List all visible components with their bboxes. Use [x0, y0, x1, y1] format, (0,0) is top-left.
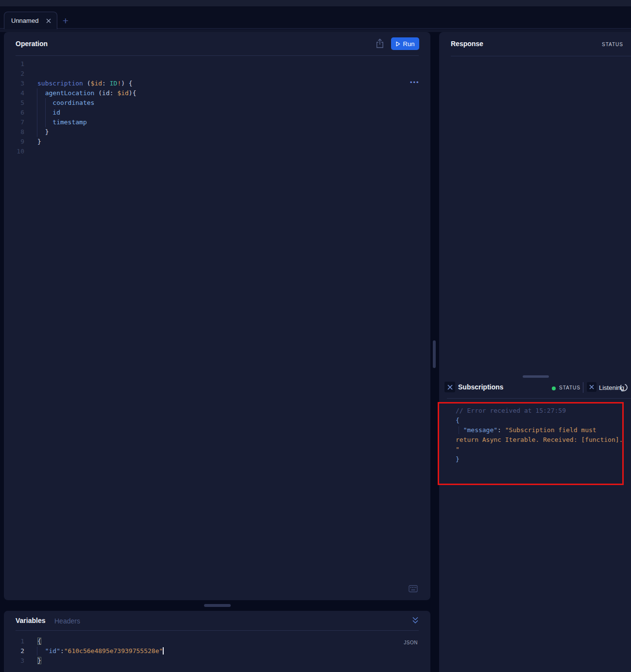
line-number: 2 — [4, 646, 24, 656]
header-divider-bar — [583, 382, 583, 393]
code-text: return Async Iterable. Received: [functi… — [456, 435, 623, 445]
text-cursor — [163, 647, 164, 655]
code-text: // Error received at 15:27:59 — [456, 406, 566, 416]
code-text: " — [456, 445, 460, 454]
code-text: { — [37, 637, 41, 646]
code-line[interactable]: " — [456, 445, 627, 454]
code-line[interactable]: 7 timestamp — [4, 118, 430, 127]
operation-panel-title: Operation — [16, 40, 48, 48]
code-line[interactable]: 1 — [4, 59, 430, 69]
variables-header-divider — [16, 630, 419, 631]
indent-guide — [45, 98, 46, 127]
status-ok-dot — [552, 386, 556, 390]
code-line[interactable]: 5 coordinates — [4, 98, 430, 108]
tab-unnamed[interactable]: Unnamed — [4, 12, 57, 29]
keyboard-shortcuts-icon[interactable] — [409, 585, 418, 594]
line-number: 6 — [4, 108, 24, 118]
subscriptions-panel-title: Subscriptions — [458, 383, 503, 391]
share-icon[interactable] — [375, 38, 384, 49]
code-line[interactable]: 8 } — [4, 127, 430, 137]
response-panel-title: Response — [451, 40, 483, 48]
code-text: } — [456, 454, 460, 464]
column-resize-handle[interactable] — [433, 340, 436, 368]
operation-panel: Operation Run 123subscription ($id: ID!)… — [4, 32, 430, 600]
collapse-chevrons-icon[interactable] — [412, 616, 419, 626]
code-text: } — [37, 137, 41, 147]
code-line[interactable]: // Error received at 15:27:59 — [456, 406, 627, 416]
code-line[interactable]: return Async Iterable. Received: [functi… — [456, 435, 627, 445]
code-text: id — [37, 108, 60, 118]
code-line[interactable]: 10 — [4, 147, 430, 156]
subscriptions-header-divider — [447, 398, 631, 399]
run-button[interactable]: Run — [391, 37, 419, 50]
variables-code-editor[interactable]: 1{2 "id":"610c56e4895e73939755528e"3} — [4, 637, 430, 666]
code-line[interactable]: 3subscription ($id: ID!) { — [4, 79, 430, 88]
code-text: subscription ($id: ID!) { — [37, 79, 133, 88]
code-line[interactable]: 2 "id":"610c56e4895e73939755528e" — [4, 646, 430, 656]
subscriptions-header: Subscriptions STATUS Listening — [439, 381, 631, 395]
line-number: 3 — [4, 79, 24, 88]
line-number: 10 — [4, 147, 24, 156]
code-text: } — [37, 127, 49, 137]
response-panel: Response STATUS Subscriptions STATUS Lis… — [439, 32, 631, 672]
code-line[interactable]: 1{ — [4, 637, 430, 646]
window-top-strip — [0, 0, 631, 6]
tab-headers[interactable]: Headers — [54, 617, 80, 625]
tab-close-icon[interactable] — [45, 17, 52, 24]
code-text: { — [456, 416, 460, 425]
code-line[interactable]: 4 agentLocation (id: $id){ — [4, 88, 430, 98]
code-line[interactable]: 9} — [4, 137, 430, 147]
editor-mode-badge: JSON — [404, 640, 418, 645]
play-icon — [396, 41, 400, 47]
code-text: coordinates — [37, 98, 94, 108]
line-number: 8 — [4, 127, 24, 137]
indent-guide — [37, 88, 37, 137]
line-number: 1 — [4, 637, 24, 646]
code-text: "id":"610c56e4895e73939755528e" — [37, 646, 164, 656]
new-tab-button[interactable]: + — [59, 15, 72, 27]
code-line[interactable]: 2 — [4, 69, 430, 79]
code-text: agentLocation (id: $id){ — [37, 88, 136, 98]
operation-code-editor[interactable]: 123subscription ($id: ID!) {4 agentLocat… — [4, 59, 430, 156]
variables-panel: Variables Headers 1{2 "id":"610c56e4895e… — [4, 611, 430, 672]
code-line[interactable]: 6 id — [4, 108, 430, 118]
line-number: 7 — [4, 118, 24, 127]
line-number: 3 — [4, 656, 24, 666]
listening-spinner-icon — [619, 383, 628, 394]
subscriptions-console[interactable]: // Error received at 15:27:59{ "message"… — [456, 406, 627, 464]
tab-variables[interactable]: Variables — [16, 617, 46, 624]
operation-options-button[interactable]: ••• — [410, 79, 420, 86]
subscriptions-close-button[interactable] — [444, 382, 455, 392]
code-line[interactable]: } — [456, 454, 627, 464]
subscriptions-resize-handle[interactable] — [523, 375, 549, 378]
indent-guide — [459, 426, 459, 434]
line-number: 9 — [4, 137, 24, 147]
line-number: 2 — [4, 69, 24, 79]
subscriptions-status-label: STATUS — [559, 385, 580, 390]
close-icon — [447, 384, 453, 390]
response-status-label: STATUS — [602, 42, 623, 47]
close-icon — [589, 384, 595, 390]
line-number: 5 — [4, 98, 24, 108]
code-line[interactable]: 3} — [4, 656, 430, 666]
code-line[interactable]: { — [456, 416, 627, 425]
run-button-label: Run — [403, 40, 415, 48]
indent-guide — [37, 647, 37, 655]
tab-bar: Unnamed + — [0, 6, 631, 29]
row-resize-handle[interactable] — [204, 604, 231, 607]
code-line[interactable]: "message": "Subscription field must — [456, 425, 627, 435]
line-number: 1 — [4, 59, 24, 69]
operation-header-divider — [16, 55, 419, 56]
response-header-divider — [451, 56, 631, 56]
code-text: } — [37, 656, 41, 666]
code-text: "message": "Subscription field must — [456, 425, 597, 435]
line-number: 4 — [4, 88, 24, 98]
stop-listening-button[interactable] — [587, 382, 597, 392]
tab-label: Unnamed — [11, 17, 41, 24]
